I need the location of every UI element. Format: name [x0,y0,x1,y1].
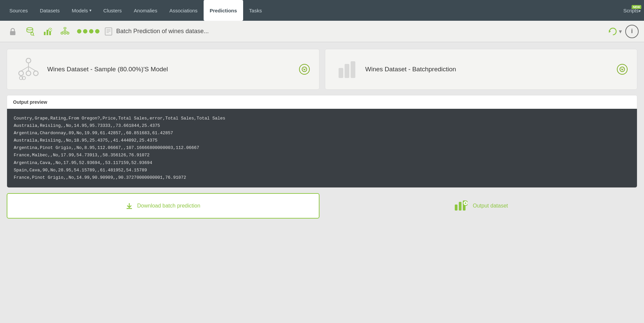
svg-point-23 [26,58,31,63]
refresh-dropdown-arrow[interactable]: ▾ [619,28,622,35]
svg-rect-35 [345,64,349,78]
model-badge-chevron-icon [302,67,307,72]
nav-item-sources[interactable]: Sources [3,0,34,21]
output-dataset-icon [454,200,468,212]
svg-point-37 [620,67,625,72]
bar-chart-icon [43,27,52,36]
dot-4 [95,29,99,33]
database-search-icon [25,27,35,36]
svg-point-12 [64,32,66,34]
toolbar-title-text: Batch Prediction of wines datase... [116,28,209,35]
svg-point-24 [19,71,23,76]
svg-rect-5 [47,30,48,35]
bar-chart-button[interactable] [40,24,55,39]
info-button[interactable]: i [625,25,639,38]
database-search-button[interactable] [23,24,38,39]
toolbar-right-actions: ▾ i [607,25,639,38]
top-navigation: Sources Datasets Models Clusters Anomali… [0,0,644,21]
model-card-badge[interactable] [299,64,310,75]
svg-point-2 [31,32,33,35]
nav-item-tasks[interactable]: Tasks [243,0,268,21]
models-dropdown-icon [89,8,91,13]
info-icon: i [631,28,633,35]
lock-icon [9,27,16,36]
svg-rect-34 [339,68,343,78]
lock-button[interactable] [5,24,20,39]
svg-rect-18 [105,28,112,35]
svg-point-13 [67,32,69,34]
svg-point-25 [26,71,31,76]
nav-item-clusters[interactable]: Clusters [97,0,128,21]
model-tree-icon [17,58,40,81]
download-batch-label: Download batch prediction [137,203,200,209]
svg-line-3 [33,35,34,36]
tree-chart-icon [60,27,70,36]
output-preview-header: Output preview [7,95,637,109]
dataset-card-icon [335,57,359,81]
nav-item-models[interactable]: Models [66,0,97,21]
nav-item-associations[interactable]: Associations [163,0,204,21]
output-preview-section: Output preview Country,Grape,Rating,From… [7,95,637,188]
main-content: Wines Dataset - Sample (80.00%)'S Model … [0,42,644,225]
nav-item-anomalies[interactable]: Anomalies [128,0,163,21]
dataset-card-badge[interactable] [617,64,628,75]
svg-point-1 [27,27,33,30]
model-card-title: Wines Dataset - Sample (80.00%)'S Model [47,66,292,73]
dataset-badge-chevron-icon [620,67,625,72]
svg-point-11 [61,32,63,34]
svg-line-30 [21,67,28,71]
model-card: Wines Dataset - Sample (80.00%)'S Model [7,49,319,90]
svg-rect-40 [459,202,461,211]
svg-point-26 [33,71,38,76]
svg-line-32 [28,67,36,71]
svg-rect-39 [455,205,457,211]
dot-3 [89,29,93,33]
refresh-icon [607,27,618,36]
title-doc-icon [104,27,113,36]
dataset-bar-icon [335,58,358,81]
toolbar-title-area: Batch Prediction of wines datase... [104,27,605,36]
output-preview-code[interactable]: Country,Grape,Rating,From Oregon?,Price,… [7,109,637,187]
dot-2 [83,29,87,33]
dot-1 [77,29,81,33]
nav-item-scripts[interactable]: Scripts NEW [623,8,641,13]
svg-rect-4 [44,32,46,35]
svg-point-10 [64,27,66,29]
nav-item-predictions[interactable]: Predictions [204,0,243,21]
tree-chart-button[interactable] [58,24,72,39]
new-badge: NEW [632,5,641,9]
output-dataset-button[interactable]: Output dataset [325,193,638,219]
dataset-card-title: Wines Dataset - Batchprediction [365,66,611,73]
download-batch-button[interactable]: Download batch prediction [7,193,319,219]
download-icon [126,202,133,210]
progress-dots [75,29,101,33]
nav-item-datasets[interactable]: Datasets [34,0,66,21]
dataset-card: Wines Dataset - Batchprediction [325,49,638,90]
toolbar: Batch Prediction of wines datase... ▾ i [0,21,644,42]
svg-rect-0 [10,31,15,35]
model-card-icon [16,57,41,81]
refresh-button[interactable]: ▾ [607,27,622,36]
svg-rect-36 [351,61,355,78]
output-dataset-label: Output dataset [473,203,508,209]
svg-point-33 [302,67,307,72]
